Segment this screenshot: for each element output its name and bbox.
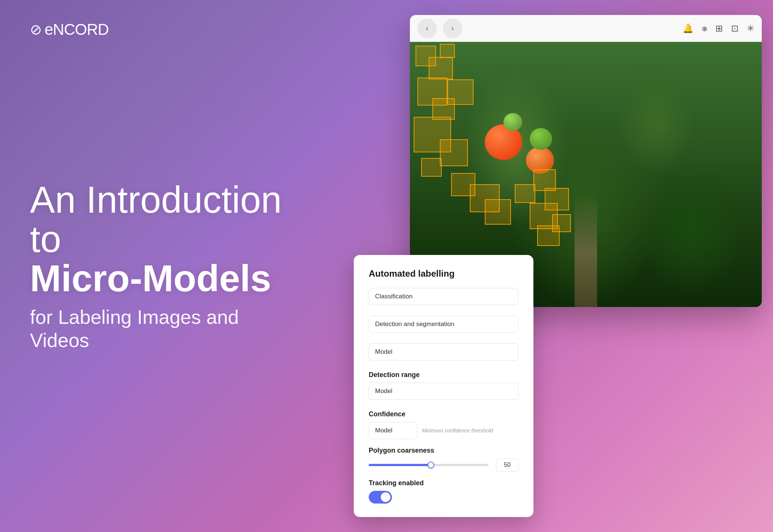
back-icon: ‹ bbox=[426, 24, 428, 33]
det-box-8 bbox=[440, 139, 468, 166]
model-row bbox=[369, 343, 518, 364]
detection-range-input[interactable] bbox=[369, 383, 518, 400]
detection-segmentation-input[interactable] bbox=[369, 316, 518, 333]
confidence-input[interactable] bbox=[369, 422, 417, 439]
polygon-row: Polygon coarseness 50 bbox=[369, 447, 518, 472]
tracking-row: Tracking enabled bbox=[369, 479, 518, 504]
polygon-controls: 50 bbox=[369, 458, 518, 472]
headline: An Introduction to Micro-Models bbox=[30, 180, 292, 298]
logo-symbol: ⊘ bbox=[30, 21, 42, 38]
headline-line1: An Introduction to bbox=[30, 179, 282, 260]
headline-line2: Micro-Models bbox=[30, 259, 292, 298]
model-input[interactable] bbox=[369, 343, 518, 361]
notification-icon[interactable]: 🔔 bbox=[682, 23, 694, 34]
brand-logo: ⊘ eNCORD bbox=[30, 21, 109, 39]
hero-content: An Introduction to Micro-Models for Labe… bbox=[30, 180, 292, 352]
brand-name: eNCORD bbox=[45, 21, 109, 39]
polygon-value: 50 bbox=[496, 458, 518, 472]
toolbar-icons: 🔔 ⎈ ⊞ ⊡ ✳ bbox=[682, 23, 754, 34]
confidence-hint: Minimum confidence threshold bbox=[422, 428, 493, 434]
detection-seg-row bbox=[369, 316, 518, 336]
forward-icon: › bbox=[451, 24, 454, 33]
page-background: ⊘ eNCORD An Introduction to Micro-Models… bbox=[0, 0, 773, 532]
detection-range-row: Detection range bbox=[369, 371, 518, 403]
automated-label-panel: Automated labelling Detection range Conf… bbox=[354, 255, 533, 517]
polygon-label: Polygon coarseness bbox=[369, 447, 518, 455]
det-box-9 bbox=[421, 158, 442, 177]
share-icon[interactable]: ⎈ bbox=[702, 23, 707, 34]
forward-button[interactable]: › bbox=[443, 19, 462, 38]
detection-range-label: Detection range bbox=[369, 371, 518, 379]
det-box-2 bbox=[440, 44, 455, 58]
det-box-18 bbox=[537, 225, 560, 246]
panel-title: Automated labelling bbox=[369, 268, 518, 279]
classification-row bbox=[369, 288, 518, 308]
grid-icon[interactable]: ⊞ bbox=[715, 23, 723, 34]
slider-fill bbox=[369, 464, 431, 466]
slider-thumb[interactable] bbox=[427, 462, 434, 468]
confidence-label: Confidence bbox=[369, 410, 518, 418]
det-box-12 bbox=[485, 199, 511, 225]
tracking-toggle[interactable] bbox=[369, 491, 392, 504]
polygon-slider-track[interactable] bbox=[369, 464, 489, 466]
subtitle: for Labeling Images and Videos bbox=[30, 305, 292, 352]
toggle-thumb bbox=[381, 492, 390, 502]
settings-icon[interactable]: ✳ bbox=[747, 23, 754, 34]
classification-input[interactable] bbox=[369, 288, 518, 305]
tracking-label: Tracking enabled bbox=[369, 479, 518, 487]
back-button[interactable]: ‹ bbox=[417, 19, 437, 38]
det-box-3 bbox=[429, 57, 453, 79]
save-icon[interactable]: ⊡ bbox=[731, 23, 739, 34]
right-panel: ‹ › 🔔 ⎈ ⊞ ⊡ ✳ bbox=[361, 0, 773, 532]
browser-toolbar: ‹ › 🔔 ⎈ ⊞ ⊡ ✳ bbox=[410, 15, 762, 42]
det-box-13 bbox=[515, 184, 535, 203]
confidence-row: Confidence Minimum confidence threshold bbox=[369, 410, 518, 439]
